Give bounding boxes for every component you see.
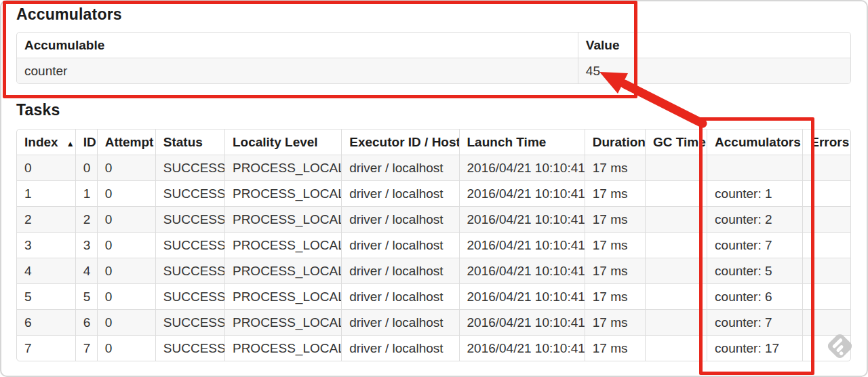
task-row: 770SUCCESSPROCESS_LOCALdriver / localhos… [17,336,850,361]
task-cell-index: 2 [17,207,75,233]
task-cell-executor-id-host: driver / localhost [342,181,459,207]
task-cell-duration: 17 ms [585,258,645,284]
task-row: 440SUCCESSPROCESS_LOCALdriver / localhos… [17,258,850,284]
task-cell-accumulators: counter: 1 [707,181,803,207]
task-cell-accumulators: counter: 17 [707,336,803,361]
task-cell-locality-level: PROCESS_LOCAL [224,207,341,233]
task-cell-gc-time [645,284,707,310]
column-header-label: Errors [810,135,849,149]
tasks-header-row: Index▲IDAttemptStatusLocality LevelExecu… [17,130,850,155]
task-cell-errors [803,207,850,233]
task-row: 220SUCCESSPROCESS_LOCALdriver / localhos… [17,207,850,233]
task-row: 550SUCCESSPROCESS_LOCALdriver / localhos… [17,284,850,310]
task-cell-locality-level: PROCESS_LOCAL [224,181,341,207]
task-row: 330SUCCESSPROCESS_LOCALdriver / localhos… [17,233,850,258]
task-cell-locality-level: PROCESS_LOCAL [224,155,341,181]
task-cell-launch-time: 2016/04/21 10:10:41 [459,336,585,361]
task-cell-duration: 17 ms [585,181,645,207]
task-cell-attempt: 0 [97,207,155,233]
task-cell-attempt: 0 [97,181,155,207]
accumulable-table: AccumulableValue counter45 [16,32,851,84]
column-header-label: Accumulators [715,135,801,149]
task-cell-accumulators: counter: 2 [707,207,803,233]
task-cell-errors [803,155,850,181]
sort-ascending-icon: ▲ [66,139,75,148]
column-header-index[interactable]: Index▲ [17,130,75,155]
task-cell-launch-time: 2016/04/21 10:10:41 [459,284,585,310]
column-header-label: Attempt [105,135,154,149]
column-header-accumulators[interactable]: Accumulators [707,130,803,155]
task-cell-index: 4 [17,258,75,284]
task-cell-status: SUCCESS [155,284,224,310]
column-header-locality-level[interactable]: Locality Level [224,130,341,155]
task-cell-errors [803,181,850,207]
task-cell-errors [803,258,850,284]
column-header-id[interactable]: ID [75,130,97,155]
task-cell-gc-time [645,207,707,233]
task-cell-id: 4 [75,258,97,284]
task-cell-id: 6 [75,310,97,336]
column-header-status[interactable]: Status [155,130,224,155]
task-cell-executor-id-host: driver / localhost [342,258,459,284]
task-cell-accumulators: counter: 5 [707,258,803,284]
task-row: 000SUCCESSPROCESS_LOCALdriver / localhos… [17,155,850,181]
column-header-label: Launch Time [467,135,547,149]
task-cell-attempt: 0 [97,155,155,181]
task-cell-executor-id-host: driver / localhost [342,336,459,361]
tasks-section-heading: Tasks [16,101,60,119]
accumulable-value-cell: 45 [578,58,850,84]
task-cell-attempt: 0 [97,258,155,284]
task-cell-index: 7 [17,336,75,361]
task-cell-id: 7 [75,336,97,361]
column-header-launch-time[interactable]: Launch Time [459,130,585,155]
accumulators-section-heading: Accumulators [16,5,122,24]
column-header-duration[interactable]: Duration [585,130,645,155]
task-cell-launch-time: 2016/04/21 10:10:41 [459,258,585,284]
task-cell-launch-time: 2016/04/21 10:10:41 [459,310,585,336]
tasks-table: Index▲IDAttemptStatusLocality LevelExecu… [16,129,851,361]
task-cell-errors [803,284,850,310]
task-cell-attempt: 0 [97,336,155,361]
task-cell-locality-level: PROCESS_LOCAL [224,284,341,310]
task-cell-duration: 17 ms [585,284,645,310]
accumulable-header-row: AccumulableValue [17,33,850,58]
column-header-attempt[interactable]: Attempt [97,130,155,155]
task-cell-status: SUCCESS [155,155,224,181]
task-cell-accumulators: counter: 7 [707,233,803,258]
column-header-errors[interactable]: Errors [803,130,850,155]
column-header-value[interactable]: Value [578,33,850,58]
task-cell-errors [803,233,850,258]
task-cell-gc-time [645,181,707,207]
column-header-label: Duration [593,135,646,149]
accumulable-name-cell: counter [17,58,578,84]
task-cell-status: SUCCESS [155,207,224,233]
task-cell-attempt: 0 [97,284,155,310]
task-cell-duration: 17 ms [585,233,645,258]
column-header-label: ID [83,135,96,149]
task-cell-status: SUCCESS [155,258,224,284]
task-cell-index: 0 [17,155,75,181]
task-cell-accumulators: counter: 7 [707,310,803,336]
skitch-watermark-icon [824,332,855,363]
column-header-label: Status [163,135,203,149]
task-cell-executor-id-host: driver / localhost [342,207,459,233]
task-cell-attempt: 0 [97,310,155,336]
task-cell-id: 0 [75,155,97,181]
column-header-executor-id-host[interactable]: Executor ID / Host [342,130,459,155]
task-cell-index: 6 [17,310,75,336]
task-cell-index: 3 [17,233,75,258]
task-cell-accumulators: counter: 6 [707,284,803,310]
accumulable-row: counter45 [17,58,850,84]
task-cell-gc-time [645,155,707,181]
task-cell-launch-time: 2016/04/21 10:10:41 [459,155,585,181]
task-cell-accumulators [707,155,803,181]
task-cell-index: 1 [17,181,75,207]
column-header-gc-time[interactable]: GC Time [645,130,707,155]
task-cell-id: 1 [75,181,97,207]
task-cell-launch-time: 2016/04/21 10:10:41 [459,207,585,233]
task-cell-status: SUCCESS [155,310,224,336]
column-header-accumulable[interactable]: Accumulable [17,33,578,58]
task-cell-index: 5 [17,284,75,310]
task-cell-launch-time: 2016/04/21 10:10:41 [459,181,585,207]
task-row: 110SUCCESSPROCESS_LOCALdriver / localhos… [17,181,850,207]
